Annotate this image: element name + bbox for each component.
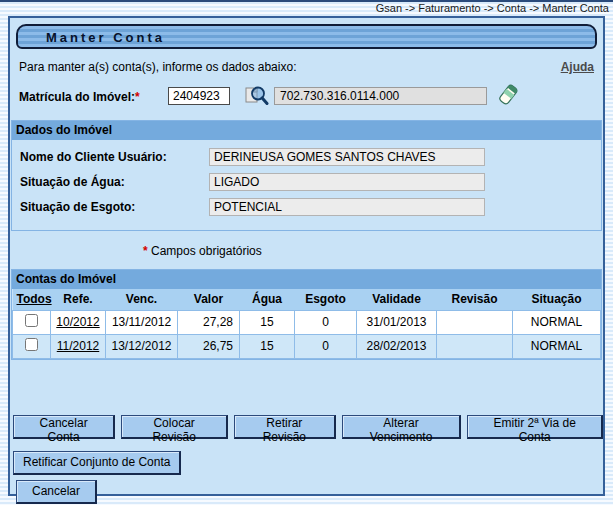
help-link[interactable]: Ajuda [561, 60, 594, 74]
instruction-text: Para manter a(s) conta(s), informe os da… [19, 60, 296, 74]
contas-table: Todos Refe. Venc. Valor Água Esgoto Vali… [12, 289, 601, 359]
cell-valor: 26,75 [178, 334, 240, 358]
dados-imovel-body: Nome do Cliente Usuário: DERINEUSA GOMES… [12, 140, 601, 230]
agua-value: LIGADO [209, 173, 485, 191]
required-note-asterisk: * [143, 244, 148, 258]
cliente-value: DERINEUSA GOMES SANTOS CHAVES [209, 148, 485, 166]
conta-ref-link[interactable]: 10/2012 [56, 315, 99, 329]
page-title: Manter Conta [16, 24, 597, 49]
col-header-valor: Valor [178, 289, 240, 310]
col-header-venc: Venc. [106, 289, 178, 310]
cell-agua: 15 [240, 310, 295, 334]
field-row-agua: Situação de Água: LIGADO [16, 173, 597, 192]
col-header-situacao: Situação [513, 289, 601, 310]
cliente-label: Nome do Cliente Usuário: [16, 150, 167, 164]
field-row-cliente: Nome do Cliente Usuário: DERINEUSA GOMES… [16, 148, 597, 167]
table-row: 11/2012 13/12/2012 26,75 15 0 28/02/2013… [13, 334, 601, 358]
agua-label: Situação de Água: [16, 175, 125, 189]
conta-ref-link[interactable]: 11/2012 [57, 339, 100, 353]
col-header-esgoto: Esgoto [295, 289, 357, 310]
alterar-vencimento-button[interactable]: Alterar Vencimento [342, 415, 462, 439]
eraser-icon[interactable] [496, 82, 520, 111]
cell-situacao: NORMAL [513, 310, 601, 334]
required-note-text: Campos obrigatórios [151, 244, 262, 258]
dados-imovel-title: Dados do Imóvel [12, 121, 601, 140]
cell-valor: 27,28 [178, 310, 240, 334]
col-header-agua: Água [240, 289, 295, 310]
button-row-2: Retificar Conjunto de Conta [13, 451, 603, 475]
required-note: * Campos obrigatórios [143, 244, 603, 258]
colocar-revisao-button[interactable]: Colocar Revisão [121, 415, 228, 439]
col-header-revisao: Revisão [437, 289, 513, 310]
select-all-link[interactable]: Todos [17, 292, 52, 306]
inscricao-field: 702.730.316.0114.000 [274, 87, 487, 105]
retirar-revisao-button[interactable]: Retirar Revisão [234, 415, 336, 439]
manter-conta-panel: Manter Conta Para manter a(s) conta(s), … [8, 16, 605, 496]
col-header-refe: Refe. [51, 289, 106, 310]
cell-venc: 13/11/2012 [106, 310, 178, 334]
contas-imovel-section: Contas do Imóvel Todos Refe. Venc. Valor… [11, 269, 602, 360]
cell-validade: 28/02/2013 [357, 334, 437, 358]
cell-revisao [437, 310, 513, 334]
cancelar-conta-button[interactable]: Cancelar Conta [13, 415, 115, 439]
col-header-validade: Validade [357, 289, 437, 310]
cell-agua: 15 [240, 334, 295, 358]
dados-imovel-section: Dados do Imóvel Nome do Cliente Usuário:… [11, 120, 602, 231]
row-checkbox[interactable] [25, 338, 38, 351]
table-row: 10/2012 13/11/2012 27,28 15 0 31/01/2013… [13, 310, 601, 334]
cell-esgoto: 0 [295, 334, 357, 358]
matricula-label: Matrícula do Imóvel:* [19, 90, 140, 104]
instruction-row: Para manter a(s) conta(s), informe os da… [19, 60, 594, 74]
retificar-conjunto-button[interactable]: Retificar Conjunto de Conta [13, 451, 181, 475]
contas-imovel-title: Contas do Imóvel [12, 270, 601, 289]
emitir-2via-button[interactable]: Emitir 2ª Via de Conta [467, 415, 603, 439]
matricula-row: Matrícula do Imóvel:* 702.730.316.0114.0… [10, 86, 603, 110]
search-icon[interactable] [244, 84, 269, 111]
table-header-row: Todos Refe. Venc. Valor Água Esgoto Vali… [13, 289, 601, 310]
cancelar-button[interactable]: Cancelar [16, 480, 97, 504]
cell-validade: 31/01/2013 [357, 310, 437, 334]
esgoto-label: Situação de Esgoto: [16, 200, 135, 214]
row-checkbox[interactable] [25, 314, 38, 327]
cell-situacao: NORMAL [513, 334, 601, 358]
cell-esgoto: 0 [295, 310, 357, 334]
breadcrumb: Gsan -> Faturamento -> Conta -> Manter C… [0, 2, 613, 16]
cell-revisao [437, 334, 513, 358]
button-row-3: Cancelar [16, 480, 603, 504]
matricula-input[interactable] [168, 87, 230, 105]
cell-venc: 13/12/2012 [106, 334, 178, 358]
button-row-1: Cancelar Conta Colocar Revisão Retirar R… [13, 415, 603, 439]
field-row-esgoto: Situação de Esgoto: POTENCIAL [16, 198, 597, 217]
required-asterisk: * [135, 90, 140, 104]
esgoto-value: POTENCIAL [209, 198, 485, 216]
